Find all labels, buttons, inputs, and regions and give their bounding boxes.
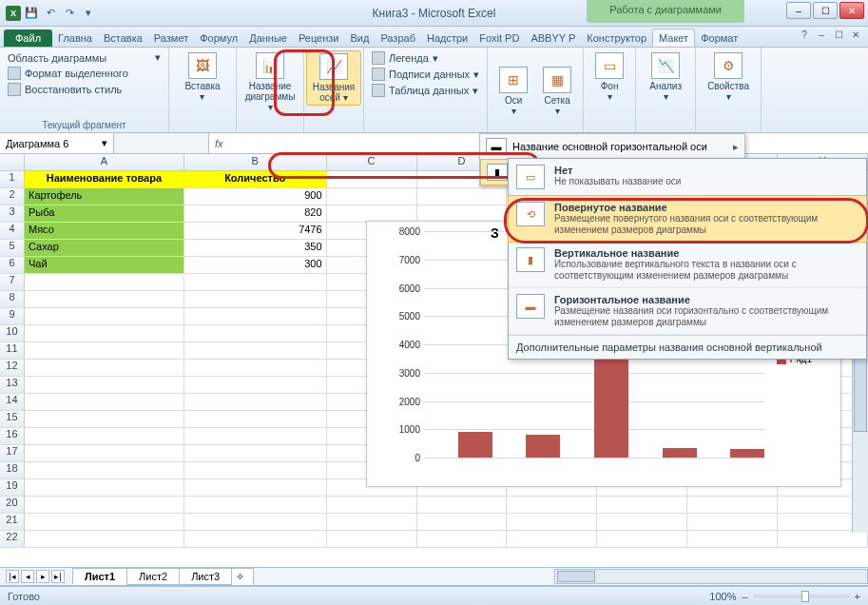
cell[interactable] (184, 514, 327, 530)
row-header[interactable]: 18 (0, 462, 25, 478)
cell[interactable] (327, 531, 417, 547)
fx-icon[interactable]: fx (215, 138, 223, 149)
sheet-tab-3[interactable]: Лист3 (179, 568, 232, 585)
sheet-nav-next[interactable]: ▸ (36, 570, 49, 583)
data-labels-button[interactable]: Подписи данных ▾ (370, 67, 481, 82)
qat-dropdown-icon[interactable]: ▾ (80, 5, 97, 22)
cell[interactable] (25, 342, 184, 359)
row-header[interactable]: 12 (0, 360, 25, 376)
col-header-B[interactable]: B (184, 154, 327, 170)
cell[interactable] (327, 171, 417, 187)
row-header[interactable]: 11 (0, 342, 25, 359)
axis-titles-button[interactable]: 📈 Названия осей ▾ (306, 50, 361, 106)
row-header[interactable]: 7 (0, 274, 25, 290)
col-header-A[interactable]: A (25, 154, 184, 170)
cell[interactable] (184, 394, 327, 410)
cell[interactable]: 300 (184, 257, 327, 273)
sheet-nav-prev[interactable]: ◂ (21, 570, 34, 583)
cell[interactable] (507, 531, 597, 547)
cell[interactable] (25, 377, 184, 393)
cell[interactable] (507, 497, 597, 513)
cell[interactable]: Мясо (25, 223, 184, 239)
new-sheet-button[interactable]: ✧ (231, 568, 254, 586)
reset-style-button[interactable]: Восстановить стиль (6, 82, 163, 97)
tab-data[interactable]: Данные (243, 29, 293, 47)
row-header[interactable]: 15 (0, 411, 25, 427)
cell[interactable]: Чай (25, 257, 184, 273)
cell[interactable]: Рыба (25, 205, 184, 222)
row-header[interactable]: 17 (0, 445, 25, 461)
qat-undo-icon[interactable]: ↶ (42, 5, 59, 22)
sheet-nav-first[interactable]: |◂ (6, 570, 19, 583)
cell[interactable] (507, 514, 597, 530)
cell[interactable] (25, 514, 184, 530)
tab-format[interactable]: Формат (695, 29, 743, 47)
tab-developer[interactable]: Разраб (375, 29, 421, 47)
row-header[interactable]: 9 (0, 308, 25, 324)
chart-element-selector[interactable]: Область диаграммы ▾ (6, 50, 163, 65)
tab-chart-layout[interactable]: Макет (652, 29, 695, 47)
row-header[interactable]: 1 (0, 171, 25, 187)
cell[interactable] (417, 531, 508, 547)
cell[interactable] (25, 462, 184, 478)
row-header[interactable]: 10 (0, 325, 25, 342)
maximize-button[interactable]: ☐ (813, 2, 838, 19)
row-header[interactable]: 6 (0, 257, 25, 273)
insert-button[interactable]: 🖼 Вставка▾ (175, 50, 230, 104)
axes-button[interactable]: ⊞Оси▾ (493, 50, 533, 132)
close-button[interactable]: ✕ (839, 2, 864, 19)
row-header[interactable]: 19 (0, 479, 25, 496)
row-header[interactable]: 20 (0, 497, 25, 513)
flyout-rotated-title[interactable]: ⟲ Повернутое названиеРазмещение повернут… (508, 195, 867, 243)
flyout-vertical-title[interactable]: ▮ Вертикальное названиеИспользование вер… (509, 242, 866, 288)
cell[interactable] (327, 205, 417, 222)
cell[interactable] (417, 514, 508, 530)
cell[interactable] (184, 360, 327, 376)
name-box[interactable]: Диаграмма 6▾ (0, 133, 114, 153)
submenu-horizontal-axis-title[interactable]: ▬ Название основной горизонтальной оси▸ (480, 134, 744, 159)
row-header[interactable]: 21 (0, 514, 25, 530)
cell[interactable]: 350 (184, 240, 327, 256)
cell[interactable] (327, 514, 417, 530)
cell[interactable] (184, 291, 327, 307)
tab-foxit[interactable]: Foxit PD (473, 29, 525, 47)
background-button[interactable]: ▭Фон▾ (589, 50, 629, 104)
zoom-level[interactable]: 100% (709, 591, 736, 602)
cell[interactable] (597, 531, 687, 547)
cell[interactable] (25, 411, 184, 427)
zoom-slider[interactable] (754, 595, 849, 598)
cell[interactable]: Количество (184, 171, 327, 187)
cell[interactable] (778, 531, 868, 547)
row-header[interactable]: 2 (0, 188, 25, 205)
cell[interactable] (327, 497, 417, 513)
chart-title-button[interactable]: 📊 Название диаграммы ▾ (242, 50, 298, 114)
cell[interactable] (184, 308, 327, 324)
tab-abbyy[interactable]: ABBYY P (525, 29, 581, 47)
cell[interactable] (597, 514, 687, 530)
cell[interactable] (184, 462, 327, 478)
qat-save-icon[interactable]: 💾 (23, 5, 40, 22)
cell[interactable] (184, 325, 327, 342)
cell[interactable] (184, 342, 327, 359)
chart-bar[interactable] (730, 449, 764, 458)
cell[interactable] (25, 308, 184, 324)
workbook-minimize-icon[interactable]: – (815, 29, 828, 40)
row-header[interactable]: 14 (0, 394, 25, 410)
chevron-down-icon[interactable]: ▾ (102, 137, 107, 149)
row-header[interactable]: 13 (0, 377, 25, 393)
vertical-scrollbar[interactable] (852, 335, 868, 533)
cell[interactable] (184, 445, 327, 461)
cell[interactable] (687, 531, 778, 547)
tab-addins[interactable]: Надстри (421, 29, 473, 47)
workbook-restore-icon[interactable]: ☐ (832, 29, 845, 40)
qat-redo-icon[interactable]: ↷ (61, 5, 78, 22)
cell[interactable] (184, 428, 327, 444)
sheet-nav-last[interactable]: ▸| (51, 570, 65, 583)
cell[interactable] (417, 497, 508, 513)
tab-view[interactable]: Вид (344, 29, 375, 47)
flyout-more-options[interactable]: Дополнительные параметры названия основн… (509, 335, 866, 359)
cell[interactable] (184, 274, 327, 290)
zoom-in-button[interactable]: + (855, 591, 860, 602)
row-header[interactable]: 3 (0, 205, 25, 222)
cell[interactable] (417, 188, 508, 205)
